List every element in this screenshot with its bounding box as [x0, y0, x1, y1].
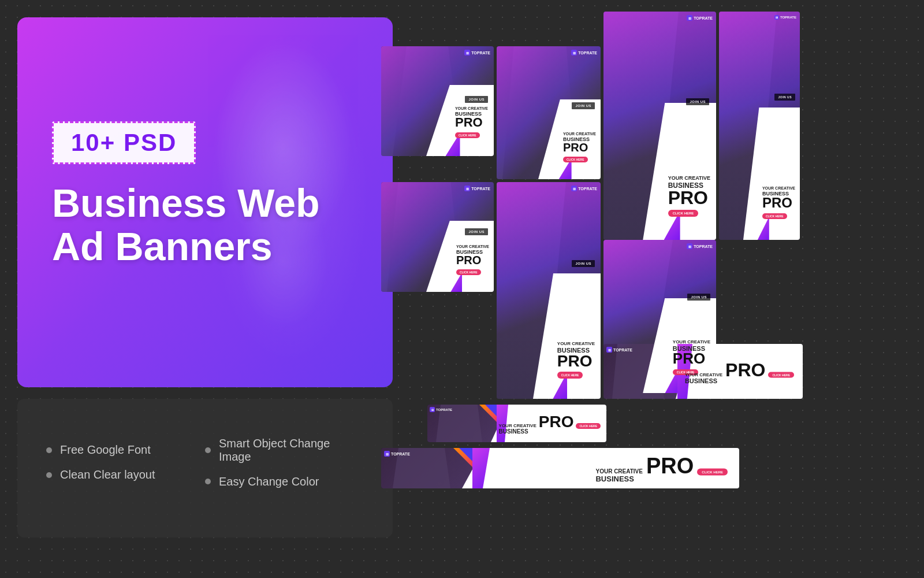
banner-3: ⊞ TOPRATE JOIN US YOUR CREATIVE BUSINESS… [603, 12, 716, 240]
banner-3-logo: ⊞ TOPRATE [687, 15, 713, 21]
main-title: Business Web Ad Banners [52, 181, 320, 268]
feature-smart-object: Smart Object Change Image [205, 437, 364, 464]
banner-6-join: JOIN US [572, 260, 595, 267]
banner-5: ⊞ TOPRATE JOIN US YOUR CREATIVE BUSINESS… [381, 182, 494, 292]
banner-3-join: JOIN US [686, 98, 709, 105]
banner-6-logo: ⊞ TOPRATE [571, 186, 597, 191]
banner-4-join: JOIN US [774, 94, 795, 101]
banner-2-join: JOIN US [572, 102, 595, 109]
feature-clean-layout: Clean Clear layout [46, 468, 205, 481]
banner-6: ⊞ TOPRATE JOIN US YOUR CREATIVE BUSINESS… [497, 182, 601, 399]
banner-2-logo: ⊞ TOPRATE [571, 50, 597, 55]
left-panel: 10+ PSD Business Web Ad Banners [17, 17, 393, 387]
dot-icon [46, 472, 52, 478]
banner-5-logo: ⊞ TOPRATE [464, 186, 490, 191]
banner-1-text: YOUR CREATIVE BUSINESS PRO CLICK HERE [455, 106, 488, 139]
banner-5-join: JOIN US [465, 228, 488, 235]
banner-8: ⊞ TOPRATE YOUR CREATIVE BUSINESS PRO CLI… [427, 405, 606, 442]
dot-icon [46, 447, 52, 453]
banner-3-text: YOUR CREATIVE BUSINESS PRO CLICK HERE [668, 175, 710, 217]
dot-icon [205, 479, 211, 484]
banner-2: ⊞ TOPRATE JOIN US YOUR CREATIVE BUSINESS… [497, 46, 601, 179]
banner-1-join: JOIN US [465, 96, 488, 103]
banner-9: ⊞ TOPRATE YOUR CREATIVE BUSINESS PRO CLI… [381, 448, 739, 488]
features-col-right: Smart Object Change Image Easy Change Co… [205, 437, 364, 500]
banner-2-text: YOUR CREATIVE BUSINESS PRO CLICK HERE [563, 132, 596, 163]
banner-7-logo: ⊞ TOPRATE [687, 243, 713, 249]
hero-content: 10+ PSD Business Web Ad Banners [52, 121, 320, 268]
banner-1-logo: ⊞ TOPRATE [464, 50, 490, 55]
banner-1: ⊞ TOPRATE JOIN US YOUR CREATIVE BUSINESS… [381, 46, 494, 156]
right-area: ⊞ TOPRATE JOIN US YOUR CREATIVE BUSINESS… [370, 0, 924, 578]
psd-badge-text: 10+ PSD [71, 129, 177, 156]
psd-badge: 10+ PSD [52, 121, 196, 164]
banner-4: ⊞ TOPRATE JOIN US YOUR CREATIVE BUSINESS… [719, 12, 800, 240]
banner-4-text: YOUR CREATIVE BUSINESS PRO CLICK HERE [762, 186, 795, 220]
banner-6-text: YOUR CREATIVE BUSINESS PRO CLICK HERE [557, 341, 595, 379]
feature-easy-color: Easy Change Color [205, 475, 364, 488]
banner-5-text: YOUR CREATIVE BUSINESS PRO CLICK HERE [456, 244, 489, 276]
dot-icon [205, 447, 211, 453]
feature-google-font: Free Google Font [46, 443, 205, 457]
banner-4-logo: ⊞ TOPRATE [774, 15, 796, 20]
banner-7-join: JOIN US [687, 294, 710, 301]
features-col-left: Free Google Font Clean Clear layout [46, 443, 205, 493]
features-panel: Free Google Font Clean Clear layout Smar… [17, 399, 393, 538]
